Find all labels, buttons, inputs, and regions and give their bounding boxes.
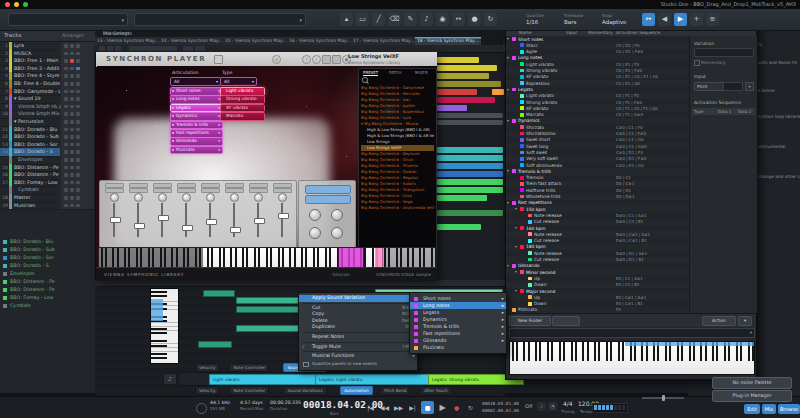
- type-button[interactable]: XF vibrato: [220, 104, 265, 113]
- lane-tab[interactable]: After Touch: [420, 386, 451, 395]
- submenu-item[interactable]: Legato▸: [410, 309, 506, 316]
- mini-button[interactable]: [70, 120, 74, 124]
- lane-tab[interactable]: Note Controller: [229, 363, 269, 372]
- mini-button[interactable]: [64, 120, 68, 124]
- mini-button[interactable]: [64, 143, 68, 147]
- menu-item[interactable]: Repeat Notes: [299, 334, 417, 341]
- mixer-knob[interactable]: [110, 193, 119, 202]
- mini-button[interactable]: [70, 90, 74, 94]
- folder-arrow-icon[interactable]: ▾: [515, 244, 517, 249]
- mini-button[interactable]: [64, 105, 68, 109]
- preroll-icon[interactable]: ◔: [548, 402, 557, 411]
- channel-row[interactable]: BBO: Distance - Pe: [0, 286, 95, 294]
- mini-button[interactable]: [76, 90, 80, 94]
- lane-tab[interactable]: Note Controller: [229, 386, 269, 395]
- expand-icon[interactable]: ≡: [706, 13, 719, 26]
- instrument-tab[interactable]: 16 - Vienna Synchron Player 16: [287, 37, 354, 45]
- articulation-button[interactable]: Short notes▸: [170, 87, 223, 96]
- articulation-button[interactable]: Fast repetitions▸: [170, 129, 223, 138]
- zoom-slider[interactable]: [642, 397, 684, 399]
- articulation-filter-dropdown[interactable]: All▾: [170, 77, 221, 86]
- fader-handle[interactable]: [134, 223, 145, 229]
- submenu-item[interactable]: Pizzicato: [410, 344, 506, 351]
- plugin-expand-icon[interactable]: [107, 46, 113, 51]
- mixer-knob[interactable]: [134, 193, 143, 202]
- folder-arrow-icon[interactable]: ▾: [515, 206, 517, 211]
- arrangement-clip[interactable]: [437, 155, 503, 161]
- go-to-end-button[interactable]: ▶|: [406, 401, 419, 414]
- palette-button[interactable]: No noise Palette: [712, 377, 792, 389]
- mini-button[interactable]: [76, 166, 80, 170]
- mini-button[interactable]: [70, 196, 74, 200]
- arrangement-clip[interactable]: [437, 163, 503, 169]
- mini-button[interactable]: [64, 150, 68, 154]
- mini-button[interactable]: [76, 112, 80, 116]
- arrangement-clip[interactable]: [437, 147, 503, 153]
- mixer-strip[interactable]: · · ·: [175, 183, 197, 245]
- editor-ruler[interactable]: [95, 280, 505, 287]
- mixer-strip[interactable]: · · ·: [151, 183, 173, 245]
- mini-button[interactable]: [64, 204, 68, 208]
- folder-arrow-icon[interactable]: ▾: [507, 87, 509, 92]
- mixer-strip[interactable]: · · ·: [127, 183, 149, 245]
- arrangement-clip[interactable]: [437, 179, 503, 185]
- crosshair-icon[interactable]: +: [690, 13, 703, 26]
- midi-note[interactable]: [203, 290, 235, 297]
- fader-handle[interactable]: [230, 227, 241, 233]
- submenu-item[interactable]: Glissando▸: [410, 337, 506, 344]
- submenu-item[interactable]: Dynamics▸: [410, 316, 506, 323]
- snap-dropdown[interactable]: Snap Adaptive: [600, 12, 634, 26]
- mini-button[interactable]: [70, 204, 74, 208]
- plugin-pin-icon[interactable]: [99, 46, 105, 51]
- mini-button[interactable]: [76, 74, 80, 78]
- fader-handle[interactable]: [254, 218, 265, 224]
- menu-item[interactable]: Toggle Mute♪⇧M: [299, 344, 417, 351]
- record-button[interactable]: ●: [450, 401, 463, 414]
- mini-button[interactable]: [70, 181, 74, 185]
- help-icon[interactable]: ?: [302, 55, 311, 64]
- fader-handle[interactable]: [110, 217, 121, 223]
- zoom-slider-handle[interactable]: [662, 395, 665, 401]
- arrow-left-icon[interactable]: ◀: [658, 13, 671, 26]
- submenu-item[interactable]: Fast repetitions▸: [410, 330, 506, 337]
- pitch-value-input[interactable]: [723, 82, 743, 91]
- go-to-start-button[interactable]: |◀: [364, 401, 377, 414]
- type-button[interactable]: Marcato: [220, 112, 265, 121]
- fader-handle[interactable]: [158, 215, 169, 221]
- articulation-button[interactable]: Dynamics▸: [170, 112, 223, 121]
- mini-button[interactable]: [70, 135, 74, 139]
- channel-row[interactable]: BBO: Fomay - Low: [0, 294, 95, 302]
- mini-button[interactable]: [64, 188, 68, 192]
- pitch-caret-icon[interactable]: ▾: [745, 82, 754, 91]
- mini-button[interactable]: [70, 150, 74, 154]
- split-tool-icon[interactable]: ╱: [372, 13, 385, 26]
- mini-button[interactable]: [76, 204, 80, 208]
- mixer-strip[interactable]: · · ·: [103, 183, 125, 245]
- mini-button[interactable]: [70, 188, 74, 192]
- mini-button[interactable]: [64, 173, 68, 177]
- channel-row[interactable]: BBO: Distance - Pe: [0, 278, 95, 286]
- preset-search[interactable]: [362, 77, 368, 83]
- mini-button[interactable]: [64, 90, 68, 94]
- lane-tab[interactable]: Velocity: [195, 386, 219, 395]
- folder-arrow-icon[interactable]: ▾: [507, 55, 509, 60]
- eraser-tool-icon[interactable]: ⌫: [388, 13, 401, 26]
- plugin-keyboard[interactable]: [98, 247, 437, 267]
- arrangement-clip[interactable]: [437, 89, 477, 95]
- mini-button[interactable]: [70, 97, 74, 101]
- loop-end-display[interactable]: 00002.00.01.00: [482, 408, 519, 413]
- menu-item[interactable]: Musical Functions▸: [299, 353, 417, 360]
- mute-tool-icon[interactable]: ♪: [420, 13, 433, 26]
- submenu-item[interactable]: Tremolo & trills▸: [410, 323, 506, 330]
- master-knob-1[interactable]: [309, 209, 321, 221]
- lane-tab[interactable]: Sound Variations: [283, 386, 326, 395]
- mini-button[interactable]: [64, 112, 68, 116]
- arrangement-clip[interactable]: [437, 171, 503, 177]
- arrow-right-icon[interactable]: ▶: [674, 13, 687, 26]
- bend-tool-icon[interactable]: ↔: [452, 13, 465, 26]
- channel-row[interactable]: BBO: Dorado - S: [0, 262, 95, 270]
- mini-button[interactable]: [76, 97, 80, 101]
- menu-checkbox[interactable]: [303, 362, 309, 368]
- preset-tab[interactable]: PRESET: [363, 70, 378, 76]
- articulation-button[interactable]: Glissando▸: [170, 137, 223, 146]
